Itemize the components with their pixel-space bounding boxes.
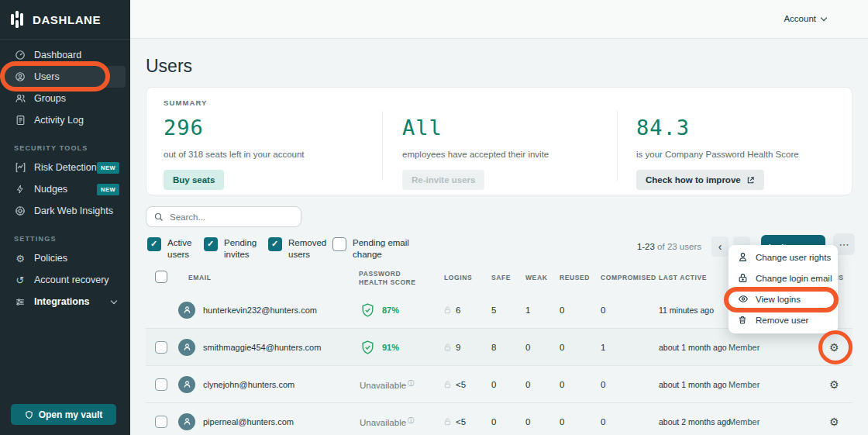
filter-removed-users[interactable]: Removed users <box>268 237 333 261</box>
reused-count: 0 <box>560 417 564 426</box>
filter-active-users[interactable]: Active users <box>147 237 205 261</box>
filter-pending-invites[interactable]: Pending invites <box>204 237 264 261</box>
risk-chart-icon <box>14 162 26 173</box>
reused-count: 0 <box>560 343 564 352</box>
sidebar-item-users[interactable]: Users <box>5 66 126 88</box>
health-score-value: 84.3 <box>636 116 799 140</box>
people-icon <box>14 93 26 104</box>
row-settings-gear-icon[interactable] <box>829 416 839 428</box>
trash-icon <box>738 315 749 325</box>
sidebar-item-groups[interactable]: Groups <box>0 88 130 109</box>
filter-pending-email-change[interactable]: Pending email change <box>332 237 418 261</box>
last-active: about 1 month ago <box>659 380 727 389</box>
weak-count: 0 <box>525 380 530 389</box>
prev-page-button[interactable] <box>711 236 728 257</box>
col-last-active: LAST ACTIVE <box>659 274 707 281</box>
reinvite-users-button[interactable]: Re-invite users <box>402 170 484 190</box>
brand-name: DASHLANE <box>33 13 101 26</box>
reused-count: 0 <box>560 380 564 389</box>
open-vault-button[interactable]: Open my vault <box>11 404 116 425</box>
info-icon <box>408 378 415 386</box>
table-row: piperneal@hunters.com Unavailable <5 0 0… <box>146 403 852 435</box>
sidebar-item-policies[interactable]: ⚙ Policies <box>0 247 130 269</box>
seats-left-value: 296 <box>164 116 305 140</box>
reused-count: 0 <box>560 306 564 315</box>
avatar <box>178 413 195 430</box>
health-unavailable: Unavailable <box>360 378 415 390</box>
menu-item-change-login-email[interactable]: Change login email <box>728 268 838 288</box>
health-score: 91% <box>382 343 399 352</box>
sidebar-divider <box>0 39 130 40</box>
row-checkbox[interactable] <box>155 341 167 354</box>
topbar: Account <box>130 0 868 39</box>
last-active: 11 minutes ago <box>659 306 714 315</box>
safe-count: 8 <box>491 343 496 352</box>
sidebar-item-risk-detection[interactable]: Risk Detection NEW <box>0 157 130 178</box>
user-rights: Member <box>728 343 760 352</box>
checkbox-checked-icon[interactable] <box>268 237 282 251</box>
row-settings-gear-icon[interactable] <box>829 341 839 354</box>
recovery-icon: ↺ <box>14 274 26 286</box>
new-badge: NEW <box>97 162 119 174</box>
row-context-menu: Change user rights Change login email Vi… <box>728 245 838 333</box>
compromised-count: 0 <box>601 306 605 315</box>
col-weak: WEAK <box>525 274 547 281</box>
row-checkbox[interactable] <box>155 378 167 391</box>
last-active: about 1 month ago <box>659 343 727 352</box>
checkbox-checked-icon[interactable] <box>204 237 218 251</box>
sidebar-item-dashboard[interactable]: Dashboard <box>0 44 130 66</box>
logins-count: 6 <box>456 306 460 315</box>
sidebar-item-activity-log[interactable]: Activity Log <box>0 109 130 131</box>
sidebar-item-integrations[interactable]: Integrations <box>0 291 130 312</box>
checkbox-unchecked-icon[interactable] <box>332 237 346 251</box>
lock-icon <box>738 273 749 283</box>
col-health: PASSWORD HEALTH SCORE <box>359 270 427 288</box>
row-checkbox[interactable] <box>155 416 167 428</box>
col-email: EMAIL <box>188 274 211 281</box>
invites-summary: All employees have accepted their invite… <box>402 116 549 190</box>
lightning-icon <box>14 184 26 195</box>
weak-count: 1 <box>525 306 530 315</box>
account-menu-button[interactable]: Account <box>784 14 826 23</box>
sidebar-item-account-recovery[interactable]: ↺ Account recovery <box>0 269 130 291</box>
menu-item-view-logins[interactable]: View logins <box>728 288 838 309</box>
col-reused: REUSED <box>560 274 590 281</box>
search-icon <box>154 212 164 222</box>
table-row: clynejohn@hunters.com Unavailable <5 0 0… <box>146 366 852 403</box>
user-email: piperneal@hunters.com <box>203 417 294 426</box>
search-input[interactable] <box>170 212 286 222</box>
buy-seats-button[interactable]: Buy seats <box>164 170 224 190</box>
sidebar-item-dark-web-insights[interactable]: Dark Web Insights <box>0 200 130 222</box>
user-rights: Member <box>728 380 760 389</box>
health-caption: is your Company Password Health Score <box>636 150 799 159</box>
sliders-icon <box>14 297 26 307</box>
lock-icon <box>443 343 452 352</box>
info-icon <box>408 416 415 423</box>
dark-web-icon <box>14 205 26 216</box>
menu-item-change-user-rights[interactable]: Change user rights <box>728 247 838 268</box>
new-badge: NEW <box>97 184 119 195</box>
col-safe: SAFE <box>491 274 511 281</box>
logins-count: <5 <box>456 380 466 389</box>
check-improve-button[interactable]: Check how to improve <box>636 170 764 190</box>
health-unavailable: Unavailable <box>360 416 415 427</box>
row-settings-gear-icon[interactable] <box>829 378 839 391</box>
external-link-icon <box>746 176 755 185</box>
health-summary: 84.3 is your Company Password Health Sco… <box>636 116 799 190</box>
select-all-checkbox[interactable] <box>155 271 167 283</box>
safe-count: 0 <box>491 417 496 426</box>
user-rights: Member <box>728 417 760 426</box>
search-box[interactable] <box>146 206 301 227</box>
card-divider <box>617 111 618 181</box>
lock-icon <box>443 380 452 389</box>
checkbox-checked-icon[interactable] <box>147 237 161 251</box>
invites-caption: employees have accepted their invite <box>402 150 549 159</box>
gear-icon: ⚙ <box>14 253 26 264</box>
seats-caption: out of 318 seats left in your account <box>164 150 305 159</box>
sidebar-item-nudges[interactable]: Nudges NEW <box>0 178 130 200</box>
menu-item-remove-user[interactable]: Remove user <box>728 309 838 330</box>
compromised-count: 0 <box>601 380 605 389</box>
card-divider <box>382 111 383 181</box>
user-email: hunterkevin232@hunters.com <box>203 306 317 315</box>
user-email: smithmaggie454@hunters.com <box>203 343 321 352</box>
